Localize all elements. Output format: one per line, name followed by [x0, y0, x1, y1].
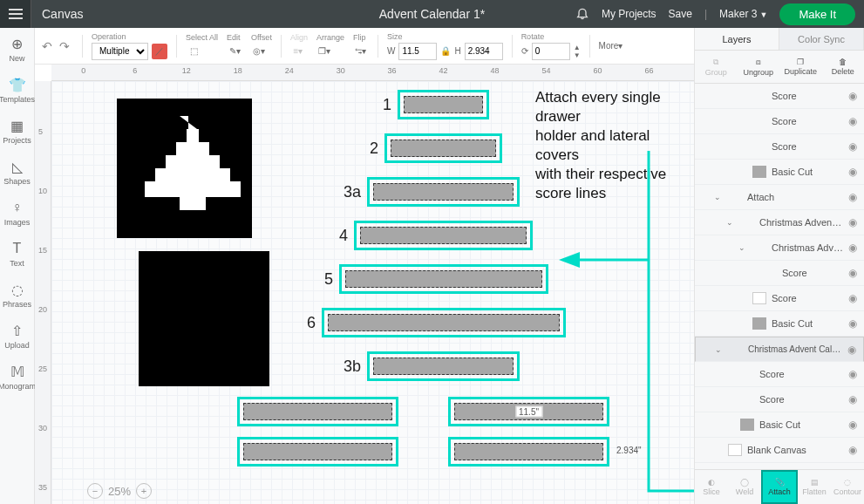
ruler-horizontal: 06 1218 2430 3642 4854 6066: [51, 65, 694, 81]
select-all-button[interactable]: ⬚: [186, 44, 201, 59]
layer-row[interactable]: Score◉: [695, 134, 864, 160]
piece-bl2[interactable]: [237, 437, 398, 467]
layer-row[interactable]: Blank Canvas◉: [695, 438, 864, 463]
attach-button[interactable]: 📎Attach: [761, 470, 798, 504]
layer-row[interactable]: Score◉: [695, 387, 864, 412]
piece-bl1[interactable]: [237, 397, 398, 426]
layer-row[interactable]: Score◉: [695, 109, 864, 134]
layer-row[interactable]: Score◉: [695, 261, 864, 286]
piece-2[interactable]: 2: [384, 133, 502, 163]
arrange-button[interactable]: ❐▾: [316, 44, 332, 59]
zoom-out-button[interactable]: −: [87, 483, 103, 499]
layer-row[interactable]: ⌄Christmas Advent...◉: [695, 235, 864, 261]
flip-button[interactable]: ⥃▾: [353, 44, 369, 59]
layer-row[interactable]: Basic Cut◉: [695, 412, 864, 438]
visibility-icon[interactable]: ◉: [848, 191, 857, 203]
rail-templates[interactable]: 👕Templates: [0, 76, 35, 104]
visibility-icon[interactable]: ◉: [848, 368, 857, 380]
piece-3a[interactable]: 3a: [367, 177, 520, 207]
lock-icon[interactable]: 🔒: [440, 46, 451, 56]
piece-6[interactable]: 6: [322, 308, 566, 337]
redo-button[interactable]: ↷: [59, 39, 70, 53]
expand-icon[interactable]: ⌄: [726, 218, 735, 227]
slice-icon: ◐: [708, 478, 715, 487]
shapes-icon: ◺: [9, 158, 26, 175]
visibility-icon[interactable]: ◉: [848, 317, 857, 330]
rail-shapes[interactable]: ◺Shapes: [3, 158, 31, 186]
visibility-icon[interactable]: ◉: [848, 242, 857, 254]
annotation-text: Attach every single drawer holder and la…: [535, 88, 694, 204]
save-link[interactable]: Save: [669, 8, 692, 20]
visibility-icon[interactable]: ◉: [848, 267, 857, 279]
height-input[interactable]: [465, 43, 503, 60]
menu-button[interactable]: [0, 0, 31, 28]
piece-4[interactable]: 4: [354, 221, 533, 250]
machine-selector[interactable]: Maker 3▼: [719, 8, 767, 20]
visibility-icon[interactable]: ◉: [848, 166, 857, 178]
zoom-in-button[interactable]: +: [136, 483, 152, 499]
piece-br1[interactable]: 11.5": [448, 397, 609, 426]
shirt-icon: 👕: [9, 76, 26, 93]
canvas-area[interactable]: 06 1218 2430 3642 4854 6066 510 1520 253…: [35, 65, 694, 504]
visibility-icon[interactable]: ◉: [848, 140, 857, 153]
linetype-swatch[interactable]: ／: [152, 44, 167, 59]
grid-icon: ▦: [8, 117, 25, 134]
layer-name: Score: [759, 369, 843, 379]
visibility-icon[interactable]: ◉: [848, 444, 857, 456]
layer-row[interactable]: Score◉: [695, 84, 864, 109]
my-projects-link[interactable]: My Projects: [602, 8, 657, 20]
layer-row[interactable]: Basic Cut◉: [695, 311, 864, 337]
align-button: ≡▾: [290, 44, 306, 59]
canvas-grid[interactable]: 1 2 3a 4 5 6 3b 11.5" 2.934" Attach ever…: [51, 81, 694, 504]
piece-5[interactable]: 5: [339, 264, 548, 294]
edit-button[interactable]: ✎▾: [227, 44, 242, 59]
layer-row[interactable]: ⌄Christmas Advent Cale...◉: [695, 337, 864, 362]
rail-upload[interactable]: ⇧Upload: [4, 322, 30, 350]
visibility-icon[interactable]: ◉: [848, 393, 857, 405]
layer-row[interactable]: Score◉: [695, 286, 864, 311]
shape-tree-card[interactable]: [117, 99, 252, 238]
expand-icon[interactable]: ⌄: [715, 345, 724, 354]
undo-button[interactable]: ↶: [42, 39, 52, 53]
rail-text[interactable]: TText: [9, 240, 26, 268]
rotate-input[interactable]: [532, 43, 570, 60]
ungroup-button[interactable]: ⧈Ungroup: [738, 51, 780, 83]
slice-button: ◐Slice: [695, 470, 728, 504]
layer-row[interactable]: ⌄Attach◉: [695, 185, 864, 210]
expand-icon[interactable]: ⌄: [738, 243, 747, 252]
layers-list[interactable]: Score◉Score◉Score◉Basic Cut◉⌄Attach◉⌄Chr…: [695, 84, 864, 469]
more-button[interactable]: More▾: [599, 41, 623, 51]
delete-button[interactable]: 🗑Delete: [822, 51, 865, 83]
layer-swatch: [752, 166, 766, 178]
duplicate-button[interactable]: ❐Duplicate: [779, 51, 822, 83]
piece-3b[interactable]: 3b: [367, 351, 520, 381]
rail-projects[interactable]: ▦Projects: [3, 117, 31, 145]
make-it-button[interactable]: Make It: [779, 3, 855, 25]
layer-row[interactable]: ⌄Christmas Advent C...◉: [695, 210, 864, 235]
expand-icon[interactable]: ⌄: [714, 193, 723, 201]
visibility-icon[interactable]: ◉: [848, 419, 857, 431]
rail-images[interactable]: ♀Images: [4, 199, 31, 227]
visibility-icon[interactable]: ◉: [848, 292, 857, 304]
rail-monogram[interactable]: 𝕄Monogram: [0, 363, 36, 391]
tab-color-sync[interactable]: Color Sync: [779, 28, 864, 50]
layer-row[interactable]: Score◉: [695, 362, 864, 387]
layer-row[interactable]: Basic Cut◉: [695, 160, 864, 185]
offset-button[interactable]: ◎▾: [251, 44, 267, 59]
rail-phrases[interactable]: ◌Phrases: [3, 281, 31, 309]
zoom-value: 25%: [108, 485, 131, 498]
width-input[interactable]: [398, 43, 437, 60]
piece-br2[interactable]: [448, 437, 609, 467]
rail-new[interactable]: ⊕New: [9, 35, 26, 63]
monogram-icon: 𝕄: [9, 363, 26, 380]
shape-black-rect[interactable]: [139, 251, 269, 386]
tab-layers[interactable]: Layers: [695, 28, 779, 50]
visibility-icon[interactable]: ◉: [848, 115, 857, 127]
operation-select[interactable]: Multiple: [92, 43, 148, 60]
height-badge: 2.934": [616, 446, 642, 455]
piece-1[interactable]: 1: [398, 90, 489, 119]
visibility-icon[interactable]: ◉: [848, 90, 857, 102]
visibility-icon[interactable]: ◉: [847, 344, 856, 356]
visibility-icon[interactable]: ◉: [848, 216, 857, 228]
notifications-icon[interactable]: [575, 6, 589, 23]
